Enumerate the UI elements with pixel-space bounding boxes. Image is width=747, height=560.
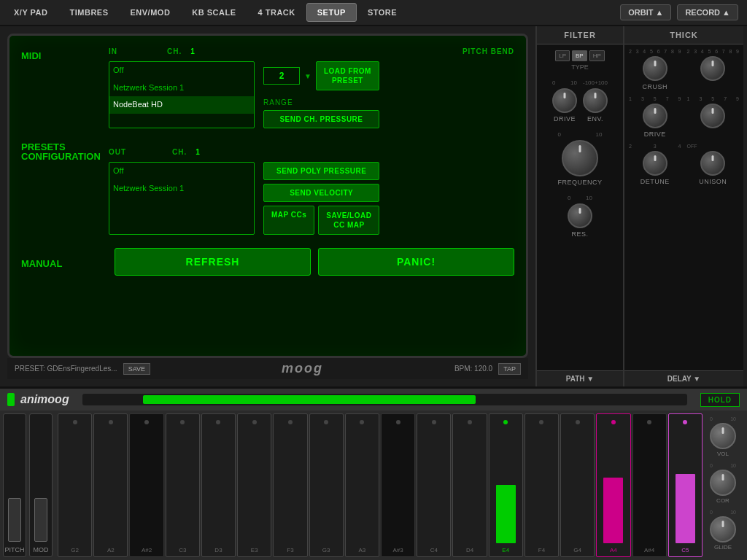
thick-drive2-knob[interactable] <box>700 104 725 128</box>
thick-drive-knob[interactable] <box>643 104 667 128</box>
key-c5-strip <box>676 474 695 543</box>
drive-scale: 010 <box>552 79 577 86</box>
nav-xy-pad[interactable]: X/Y PAD <box>3 3 59 22</box>
env-knob[interactable] <box>583 88 608 113</box>
frequency-knob[interactable] <box>562 140 598 176</box>
vol-scale-top: 010 <box>710 416 736 421</box>
moog-logo: moog <box>156 361 449 376</box>
tap-button[interactable]: TAP <box>498 363 521 375</box>
key-a3-label: A3 <box>358 547 365 553</box>
map-ccs-button[interactable]: MAP CCs <box>263 206 314 235</box>
out-label: OUT <box>109 148 126 156</box>
cor-knob[interactable] <box>710 470 736 496</box>
top-section: X/Y PAD TIMBRES ENV/MOD KB SCALE 4 TRACK… <box>0 0 747 386</box>
key-d3-label: D3 <box>214 547 222 553</box>
pitch-strip[interactable]: PITCH <box>3 413 26 557</box>
key-as3-label: A#3 <box>392 547 403 553</box>
key-as3[interactable]: A#3 <box>381 413 415 557</box>
cor-scale-top: 010 <box>710 463 736 468</box>
save-load-cc-map-button[interactable]: SAVE/LOADCC MAP <box>318 206 379 235</box>
key-g3[interactable]: G3 <box>309 413 344 557</box>
refresh-button[interactable]: REFRESH <box>115 248 311 276</box>
nav-env-mod[interactable]: ENV/MOD <box>120 3 182 22</box>
config-section: CONFIGURATION OUT CH. 1 Off Netzwerk Ses… <box>21 148 514 235</box>
key-a4[interactable]: A4 <box>596 413 630 557</box>
thick-drive2-scale: 13579 <box>687 96 740 101</box>
animoog-logo: animoog <box>20 393 69 406</box>
out-off[interactable]: Off <box>109 163 254 180</box>
key-as4[interactable]: A#4 <box>632 413 667 557</box>
key-as2-dot <box>144 420 149 424</box>
thick-delay-footer[interactable]: DELAY ▼ <box>624 370 743 386</box>
key-f4-dot <box>539 420 543 424</box>
vol-knob[interactable] <box>710 423 736 449</box>
bp-button[interactable]: BP <box>572 50 587 61</box>
nav-setup[interactable]: SETUP <box>306 3 357 22</box>
hp-button[interactable]: HP <box>589 50 605 61</box>
key-d4[interactable]: D4 <box>452 413 487 557</box>
key-a2-dot <box>109 420 113 424</box>
midi-out-row: OUT CH. 1 <box>109 148 514 156</box>
key-f3[interactable]: F3 <box>273 413 307 557</box>
out-netzwerk[interactable]: Netzwerk Session 1 <box>109 180 254 198</box>
key-a2[interactable]: A2 <box>93 413 128 557</box>
key-f4[interactable]: F4 <box>525 413 559 557</box>
key-as2[interactable]: A#2 <box>129 413 163 557</box>
key-c3[interactable]: C3 <box>166 413 200 557</box>
filter-path-footer[interactable]: PATH ▼ <box>537 370 623 386</box>
glide-label: GLIDE <box>714 544 732 551</box>
pitch-label: PITCH <box>5 546 25 553</box>
nav-4-track[interactable]: 4 TRACK <box>247 3 306 22</box>
load-from-preset-button[interactable]: LOAD FROMPRESET <box>316 61 379 90</box>
key-d3[interactable]: D3 <box>201 413 236 557</box>
crush-knob[interactable] <box>643 56 667 81</box>
bpm-display: BPM: 120.0 <box>454 365 492 373</box>
nav-kb-scale[interactable]: KB SCALE <box>181 3 247 22</box>
glide-knob[interactable] <box>710 516 736 542</box>
send-velocity-button[interactable]: SEND VELOCITY <box>263 184 379 202</box>
nav-timbres[interactable]: TIMBRES <box>59 3 120 22</box>
nav-store[interactable]: STORE <box>357 3 408 22</box>
orbit-button[interactable]: ORBIT ▲ <box>620 4 671 20</box>
env-scale: -100+100 <box>583 79 608 86</box>
midi-out-dropdown[interactable]: Off Netzwerk Session 1 <box>109 162 255 235</box>
config-label: CONFIGURATION <box>21 148 109 162</box>
ch-label-in: CH. <box>167 47 182 55</box>
thick-knob[interactable] <box>700 56 725 81</box>
key-e4[interactable]: E4 <box>489 413 523 557</box>
pb-value[interactable]: 2 <box>263 67 300 85</box>
midi-in-dropdown[interactable]: Off Netzwerk Session 1 NodeBeat HD <box>109 61 255 128</box>
mod-strip[interactable]: MOD <box>29 413 53 557</box>
key-c5[interactable]: C5 <box>668 413 703 557</box>
key-c4-label: C4 <box>430 547 438 553</box>
in-netzwerk[interactable]: Netzwerk Session 1 <box>109 79 254 97</box>
in-off[interactable]: Off <box>109 62 254 79</box>
save-button[interactable]: SAVE <box>123 363 150 375</box>
vol-group: 010 VOL <box>710 416 736 457</box>
key-g2-label: G2 <box>71 547 79 553</box>
send-ch-pressure-button[interactable]: SEND CH. PRESSURE <box>263 110 379 128</box>
record-button[interactable]: RECORD ▲ <box>677 4 738 20</box>
res-knob[interactable] <box>568 203 592 228</box>
env-group: -100+100 ENV. <box>583 79 608 122</box>
unison-knob[interactable] <box>700 151 725 176</box>
lp-button[interactable]: LP <box>555 50 570 61</box>
key-d4-label: D4 <box>466 547 473 553</box>
hold-button[interactable]: HOLD <box>700 393 740 407</box>
thick-drive-scale: 13579 <box>629 96 681 101</box>
send-poly-pressure-button[interactable]: SEND POLY PRESSURE <box>263 162 379 180</box>
mod-strip-inner <box>34 498 47 542</box>
key-a3[interactable]: A3 <box>345 413 379 557</box>
drive-knob[interactable] <box>552 88 577 113</box>
in-nodebeat[interactable]: NodeBeat HD <box>109 96 254 114</box>
key-d3-dot <box>216 420 220 424</box>
detune-knob[interactable] <box>643 151 667 176</box>
key-c4[interactable]: C4 <box>417 413 451 557</box>
key-e3[interactable]: E3 <box>237 413 271 557</box>
key-g4[interactable]: G4 <box>560 413 595 557</box>
drive-label: DRIVE <box>554 115 576 122</box>
key-c3-dot <box>180 420 185 424</box>
nav-bar: X/Y PAD TIMBRES ENV/MOD KB SCALE 4 TRACK… <box>0 0 747 26</box>
panic-button[interactable]: PANIC! <box>318 248 514 276</box>
key-g2[interactable]: G2 <box>58 413 92 557</box>
